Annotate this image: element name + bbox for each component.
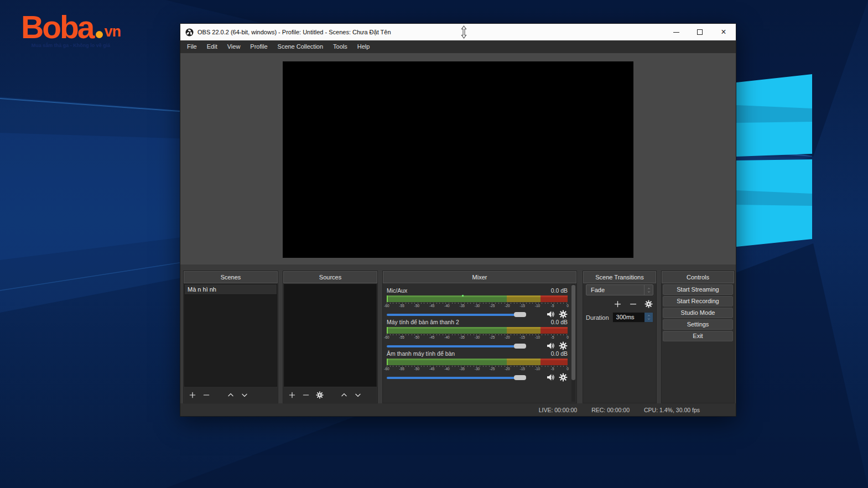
transition-select[interactable]: Fade	[586, 284, 653, 295]
meter-tick-label: -20	[505, 367, 510, 371]
mixer-channel-db: 0.0 dB	[551, 350, 568, 358]
move-scene-up-button[interactable]	[227, 391, 235, 399]
meter-tick-label: -10	[535, 304, 540, 308]
mixer-body: Mic/Aux 0.0 dB -60-55-50-45-40-35-30-25-…	[383, 284, 571, 402]
scenes-panel-header[interactable]: Scenes	[184, 271, 278, 283]
meter-tick-label: -60	[384, 367, 389, 371]
scene-list-item[interactable]: Mà n hì nh	[185, 284, 277, 295]
meter-tick-label: -35	[460, 304, 465, 308]
minimize-icon	[673, 32, 679, 33]
menu-item[interactable]: View	[222, 40, 246, 53]
meter-tick-label: -45	[429, 335, 434, 339]
meter-tick-label: -35	[460, 367, 465, 371]
duration-spinner[interactable]	[644, 313, 653, 322]
control-button[interactable]: Start Streaming	[663, 284, 733, 295]
maximize-icon	[697, 29, 703, 35]
meter-tick-label: -55	[399, 367, 404, 371]
maximize-button[interactable]	[694, 24, 705, 40]
mixer-channel-db: 0.0 dB	[551, 319, 568, 326]
menu-item[interactable]: Profile	[245, 40, 272, 53]
transition-select-spinner[interactable]	[644, 285, 653, 295]
meter-tick-label: -20	[505, 335, 510, 339]
menu-item[interactable]: File	[182, 40, 202, 53]
volume-slider-handle[interactable]	[514, 312, 526, 317]
transition-actions	[614, 299, 653, 309]
duration-input[interactable]: 300ms	[612, 312, 653, 323]
meter-tick-label: -30	[475, 367, 480, 371]
meter-tick-label: -15	[520, 304, 525, 308]
speaker-mute-button[interactable]	[546, 341, 555, 350]
meter-tick-label: 0	[566, 367, 569, 371]
move-source-down-button[interactable]	[354, 391, 362, 399]
add-scene-button[interactable]	[189, 391, 196, 399]
minimize-button[interactable]	[671, 24, 682, 40]
meter-tick-label: -5	[551, 335, 554, 339]
control-button[interactable]: Studio Mode	[663, 308, 733, 318]
mixer-ticks: -60-55-50-45-40-35-30-25-20-15-10-50	[387, 303, 568, 308]
source-properties-gear-button[interactable]	[316, 391, 324, 399]
meter-tick-label: -45	[429, 304, 434, 308]
boba-tagline: Mua sắm thả ga - Không lo về giá	[18, 43, 123, 48]
scenes-list[interactable]: Mà n hì nh	[184, 284, 277, 387]
move-scene-down-button[interactable]	[241, 391, 248, 399]
menu-item[interactable]: Scene Collection	[273, 40, 329, 53]
menu-item[interactable]: Edit	[202, 40, 222, 53]
control-button[interactable]: Settings	[663, 319, 733, 330]
add-source-button[interactable]	[288, 391, 296, 399]
mixer-channel-name: Mic/Aux	[387, 287, 407, 295]
mixer-channel-name: Máy tính để bàn âm thanh 2	[387, 319, 459, 326]
remove-scene-button[interactable]	[202, 391, 210, 399]
sources-panel-header[interactable]: Sources	[283, 271, 377, 283]
mixer-panel-header[interactable]: Mixer	[383, 271, 576, 283]
boba-tld-text: vn	[104, 23, 121, 40]
volume-slider[interactable]	[387, 344, 537, 349]
meter-tick-label: -10	[535, 335, 540, 339]
duration-label: Duration	[586, 314, 609, 321]
channel-settings-gear-button[interactable]	[559, 310, 568, 319]
volume-slider-handle[interactable]	[514, 344, 526, 349]
speaker-mute-button[interactable]	[546, 373, 555, 382]
move-source-up-button[interactable]	[340, 391, 348, 399]
controls-panel-header[interactable]: Controls	[662, 271, 734, 283]
volume-slider[interactable]	[387, 375, 537, 380]
meter-input-tip	[387, 295, 388, 302]
volume-slider-fill	[387, 345, 520, 347]
meter-tick-label: -5	[551, 304, 554, 308]
volume-slider-handle[interactable]	[514, 375, 526, 380]
meter-tick-label: -25	[490, 304, 495, 308]
channel-settings-gear-button[interactable]	[559, 341, 568, 350]
sources-toolbar	[284, 387, 377, 402]
volume-meter	[387, 295, 568, 302]
obs-app-icon	[185, 28, 194, 37]
meter-tick-label: -50	[414, 335, 419, 339]
meter-tick-label: -5	[551, 367, 554, 371]
add-transition-button[interactable]	[614, 300, 622, 308]
meter-tick-label: 0	[566, 304, 569, 308]
preview-canvas[interactable]	[283, 61, 633, 258]
mixer-channel: Máy tính để bàn âm thanh 2 0.0 dB -60-55…	[387, 319, 568, 348]
meter-tick-label: 0	[566, 335, 569, 339]
channel-settings-gear-button[interactable]	[559, 373, 568, 382]
control-button[interactable]: Start Recording	[663, 296, 733, 307]
meter-tick-label: -40	[444, 367, 449, 371]
scene-transitions-panel: Scene Transitions Fade Duration 300ms	[583, 271, 657, 403]
menu-bar: FileEditViewProfileScene CollectionTools…	[180, 40, 736, 53]
mixer-scrollbar-thumb[interactable]	[571, 285, 575, 380]
meter-tick-label: -30	[475, 335, 480, 339]
close-button[interactable]: ×	[718, 24, 729, 40]
remove-source-button[interactable]	[302, 391, 310, 399]
meter-tick-label: -55	[399, 304, 404, 308]
speaker-mute-button[interactable]	[546, 310, 555, 319]
remove-transition-button[interactable]	[629, 300, 637, 308]
menu-item[interactable]: Help	[352, 40, 375, 53]
volume-slider[interactable]	[387, 312, 537, 317]
sources-list[interactable]	[284, 284, 377, 387]
control-button[interactable]: Exit	[663, 331, 733, 341]
mixer-scrollbar[interactable]	[571, 284, 575, 402]
status-cpu-fps: CPU: 1.4%, 30.00 fps	[644, 407, 700, 413]
menu-item[interactable]: Tools	[328, 40, 352, 53]
title-bar[interactable]: OBS 22.0.2 (64-bit, windows) - Profile: …	[180, 24, 736, 40]
window-title: OBS 22.0.2 (64-bit, windows) - Profile: …	[197, 29, 391, 35]
transition-properties-gear-button[interactable]	[644, 300, 653, 308]
transitions-panel-header[interactable]: Scene Transitions	[583, 271, 656, 283]
